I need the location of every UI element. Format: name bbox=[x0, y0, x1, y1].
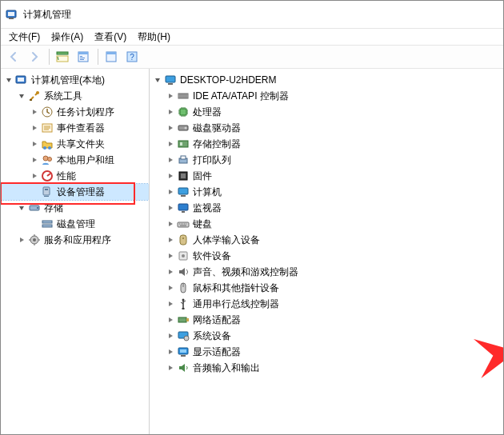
expander-icon[interactable] bbox=[166, 315, 175, 325]
node-label: IDE ATA/ATAPI 控制器 bbox=[193, 90, 294, 103]
nav-forward-button[interactable] bbox=[25, 47, 44, 66]
device-node-audio-io-icon[interactable]: 音频输入和输出 bbox=[150, 360, 503, 376]
svg-rect-64 bbox=[181, 355, 186, 357]
expander-icon[interactable] bbox=[166, 347, 175, 357]
expander-icon[interactable] bbox=[153, 75, 162, 85]
node-label: 打印队列 bbox=[193, 154, 236, 167]
device-node-print-queue-icon[interactable]: 打印队列 bbox=[150, 152, 503, 168]
expander-icon[interactable] bbox=[4, 75, 14, 85]
svg-rect-31 bbox=[42, 225, 52, 227]
usb-icon bbox=[177, 297, 190, 310]
svg-rect-41 bbox=[180, 142, 182, 146]
tree-node-disk-mgmt-icon[interactable]: 磁盘管理 bbox=[1, 216, 149, 232]
device-node-usb-icon[interactable]: 通用串行总线控制器 bbox=[150, 296, 503, 312]
help-button[interactable]: ? bbox=[122, 47, 142, 66]
svg-rect-2 bbox=[9, 18, 14, 19]
device-node-ide-controller-icon[interactable]: IDE ATA/ATAPI 控制器 bbox=[150, 88, 503, 104]
device-node-system-device-icon[interactable]: 系统设备 bbox=[150, 328, 503, 344]
tree-node-storage-icon[interactable]: 存储 bbox=[1, 200, 149, 216]
device-node-network-adapter-icon[interactable]: 网络适配器 bbox=[150, 312, 503, 328]
svg-rect-30 bbox=[42, 221, 52, 223]
node-label: 计算机 bbox=[193, 186, 226, 199]
svg-rect-1 bbox=[8, 12, 14, 16]
tree-node-computer-mgmt-icon[interactable]: 计算机管理(本地) bbox=[1, 72, 149, 88]
device-node-display-adapter-icon[interactable]: 显示适配器 bbox=[150, 344, 503, 360]
computer-management-window: 计算机管理 文件(F) 操作(A) 查看(V) 帮助(H) ? 计算机管理(本 bbox=[0, 0, 504, 435]
network-adapter-icon bbox=[177, 313, 190, 326]
device-node-cpu-icon[interactable]: 处理器 bbox=[150, 104, 503, 120]
expander-icon[interactable] bbox=[17, 203, 26, 213]
tree-node-local-users-icon[interactable]: 本地用户和组 bbox=[1, 152, 149, 168]
svg-rect-17 bbox=[30, 99, 32, 101]
tree-node-device-manager-icon[interactable]: 设备管理器 bbox=[1, 184, 149, 200]
hid-icon bbox=[177, 233, 190, 246]
device-node-monitor-icon[interactable]: 监视器 bbox=[150, 200, 503, 216]
menu-file[interactable]: 文件(F) bbox=[4, 29, 45, 46]
device-node-hid-icon[interactable]: 人体学输入设备 bbox=[150, 232, 503, 248]
tree-node-event-viewer-icon[interactable]: 事件查看器 bbox=[1, 120, 149, 136]
expander-icon[interactable] bbox=[166, 299, 175, 309]
expander-icon[interactable] bbox=[30, 107, 39, 117]
menu-view[interactable]: 查看(V) bbox=[90, 29, 131, 46]
node-label: 计算机管理(本地) bbox=[31, 74, 110, 87]
expander-icon[interactable] bbox=[17, 235, 26, 245]
expander-icon[interactable] bbox=[30, 139, 39, 149]
expander-icon[interactable] bbox=[30, 155, 39, 165]
properties-button[interactable] bbox=[74, 47, 93, 66]
computer-icon bbox=[164, 74, 177, 86]
expander-icon[interactable] bbox=[166, 283, 175, 293]
right-tree-pane[interactable]: DESKTOP-U2HDERMIDE ATA/ATAPI 控制器处理器磁盘驱动器… bbox=[150, 69, 503, 434]
expander-icon[interactable] bbox=[30, 123, 39, 133]
tree-node-task-scheduler-icon[interactable]: 任务计划程序 bbox=[1, 104, 149, 120]
expander-icon[interactable] bbox=[166, 91, 175, 101]
expander-icon[interactable] bbox=[166, 331, 175, 341]
expander-icon[interactable] bbox=[166, 251, 175, 261]
monitor-icon bbox=[177, 202, 190, 214]
expander-icon[interactable] bbox=[166, 187, 175, 197]
expander-icon[interactable] bbox=[166, 123, 175, 133]
expander-icon[interactable] bbox=[166, 171, 175, 181]
expander-icon[interactable] bbox=[166, 267, 175, 277]
svg-rect-6 bbox=[78, 52, 88, 54]
device-node-mouse-icon[interactable]: 鼠标和其他指针设备 bbox=[150, 280, 503, 296]
expander-icon[interactable] bbox=[166, 155, 175, 165]
svg-point-16 bbox=[36, 91, 39, 94]
menu-action[interactable]: 操作(A) bbox=[46, 29, 88, 46]
tree-node-services-apps-icon[interactable]: 服务和应用程序 bbox=[1, 232, 149, 248]
device-node-keyboard-icon[interactable]: 键盘 bbox=[150, 216, 503, 232]
disk-drive-icon bbox=[177, 122, 190, 134]
node-label: 通用串行总线控制器 bbox=[193, 297, 284, 311]
tree-node-shared-folders-icon[interactable]: 共享文件夹 bbox=[1, 136, 149, 152]
device-node-disk-drive-icon[interactable]: 磁盘驱动器 bbox=[150, 120, 503, 136]
expander-icon[interactable] bbox=[166, 219, 175, 229]
expander-icon[interactable] bbox=[30, 171, 39, 181]
svg-rect-48 bbox=[178, 204, 188, 210]
expander-icon[interactable] bbox=[166, 139, 175, 149]
device-node-computer-icon[interactable]: 计算机 bbox=[150, 184, 503, 200]
device-node-audio-icon[interactable]: 声音、视频和游戏控制器 bbox=[150, 264, 503, 280]
device-node-firmware-icon[interactable]: 固件 bbox=[150, 168, 503, 184]
expander-icon[interactable] bbox=[166, 107, 175, 117]
tree-node-tools-icon[interactable]: 系统工具 bbox=[1, 88, 149, 104]
task-scheduler-icon bbox=[41, 106, 54, 118]
device-node-storage-controller-icon[interactable]: 存储控制器 bbox=[150, 136, 503, 152]
node-label: 磁盘驱动器 bbox=[193, 122, 246, 135]
expander-icon[interactable] bbox=[166, 235, 175, 245]
left-tree-pane[interactable]: 计算机管理(本地)系统工具任务计划程序事件查看器共享文件夹本地用户和组性能设备管… bbox=[1, 69, 150, 434]
expander-icon[interactable] bbox=[166, 363, 175, 373]
expander-icon[interactable] bbox=[166, 203, 175, 213]
expander-icon[interactable] bbox=[17, 91, 26, 101]
nav-back-button[interactable] bbox=[4, 47, 23, 66]
refresh-button[interactable] bbox=[102, 47, 121, 66]
device-node-computer-icon[interactable]: DESKTOP-U2HDERM bbox=[150, 72, 503, 88]
show-hide-tree-button[interactable] bbox=[53, 47, 72, 66]
svg-point-39 bbox=[185, 127, 187, 130]
menu-help[interactable]: 帮助(H) bbox=[133, 29, 175, 46]
local-users-icon bbox=[41, 154, 54, 166]
node-label: 系统设备 bbox=[193, 329, 236, 343]
svg-point-29 bbox=[37, 207, 38, 209]
tree-node-performance-icon[interactable]: 性能 bbox=[1, 168, 149, 184]
tools-icon bbox=[28, 90, 41, 102]
storage-controller-icon bbox=[177, 138, 190, 150]
device-node-software-device-icon[interactable]: 软件设备 bbox=[150, 248, 503, 264]
